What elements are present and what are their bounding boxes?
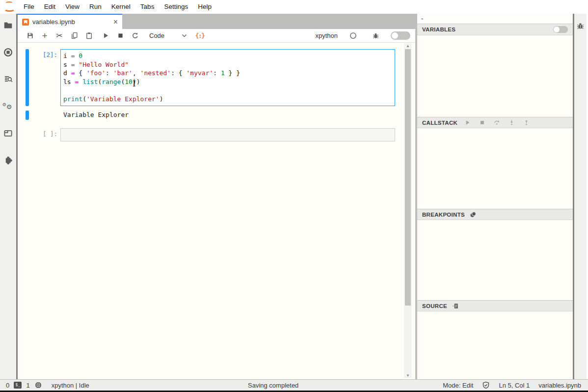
debugger-bug-icon[interactable] <box>368 30 383 42</box>
interrupt-kernel-button[interactable] <box>113 30 128 42</box>
menu-settings[interactable]: Settings <box>159 0 193 14</box>
cut-cells-button[interactable]: ✂ <box>52 30 67 42</box>
menu-file[interactable]: File <box>19 0 39 14</box>
tab-title: variables.ipynb <box>32 18 75 26</box>
tab-variables-ipynb[interactable]: variables.ipynb × <box>18 14 122 29</box>
format-code-icon[interactable]: {:} <box>195 32 205 39</box>
menu-edit[interactable]: Edit <box>39 0 60 14</box>
cell-type-dropdown[interactable]: Code <box>149 32 187 39</box>
left-activity-bar: ⚙⚙ <box>0 14 18 379</box>
cell-input-collapser[interactable] <box>26 128 29 141</box>
menu-tabs[interactable]: Tabs <box>135 0 160 14</box>
status-bar: 0 $_ 1 xpython | Idle Saving completed M… <box>0 379 588 392</box>
tab-close-icon[interactable]: × <box>113 18 118 26</box>
step-out-icon[interactable] <box>523 119 530 126</box>
code-editor-empty[interactable] <box>60 128 395 141</box>
kernel-status-text[interactable]: xpython | Idle <box>52 382 89 389</box>
cell-output-collapser[interactable] <box>26 111 29 120</box>
callstack-toolbar <box>464 119 530 126</box>
extension-manager-icon[interactable] <box>3 155 14 166</box>
run-cell-button[interactable] <box>98 30 113 42</box>
kernels-count[interactable]: 1 <box>26 382 29 389</box>
code-line <box>63 86 393 95</box>
code-cell-2[interactable]: [ ]: <box>18 128 415 141</box>
kernel-name[interactable]: xpython <box>315 32 338 39</box>
execution-prompt: [2]: <box>29 49 60 106</box>
callstack-label: CALLSTACK <box>422 120 457 126</box>
menu-run[interactable]: Run <box>84 0 107 14</box>
cell-output-text: Variable Explorer <box>60 111 129 120</box>
command-palette-icon[interactable] <box>3 74 14 84</box>
notebook-toolbar: + ✂ Code <box>18 29 415 43</box>
terminal-icon[interactable]: $_ <box>14 382 22 388</box>
notebook-scrollbar[interactable]: ▲ ▼ <box>404 43 412 378</box>
add-cell-button[interactable]: + <box>37 30 52 42</box>
terminals-count[interactable]: 0 <box>6 382 9 389</box>
variables-view-toggle[interactable] <box>553 26 568 33</box>
cursor-position[interactable]: Ln 5, Col 1 <box>499 382 530 389</box>
open-source-icon[interactable] <box>452 303 459 309</box>
toolbar-toggle[interactable] <box>391 31 410 40</box>
variables-section-body <box>417 35 573 117</box>
open-tabs-icon[interactable] <box>3 128 14 139</box>
step-in-icon[interactable] <box>508 119 515 126</box>
code-line: ls = list(range(10)) <box>63 78 393 86</box>
menu-view[interactable]: View <box>60 0 84 14</box>
debugger-panel-title: - <box>417 14 573 24</box>
chevron-down-icon <box>181 32 187 39</box>
cell-input-collapser[interactable] <box>26 49 29 106</box>
notebook-content[interactable]: [2]: i = 0s = "Hello World"d = { 'foo': … <box>18 43 415 379</box>
kernel-status-icon <box>346 30 360 42</box>
scroll-up-icon[interactable]: ▲ <box>404 44 412 48</box>
jupyter-logo-icon <box>2 1 15 13</box>
code-line: d = { 'foo': 'bar', 'nested': { 'myvar':… <box>63 69 393 78</box>
terminate-icon[interactable] <box>479 119 485 126</box>
scroll-down-icon[interactable]: ▼ <box>404 373 412 378</box>
source-section-body <box>417 311 573 379</box>
debugger-tab-bug-icon[interactable] <box>576 22 585 32</box>
paste-cells-button[interactable] <box>81 30 96 42</box>
notebook-panel: variables.ipynb × + ✂ <box>18 14 415 379</box>
source-section-header[interactable]: SOURCE <box>417 300 573 311</box>
kernel-chip-icon[interactable] <box>34 381 42 389</box>
gear-icon: ⚙ <box>2 102 6 107</box>
code-line: print('Variable Explorer') <box>63 95 393 104</box>
code-line: s = "Hello World" <box>63 60 393 69</box>
variables-label: VARIABLES <box>422 27 455 32</box>
menu-kernel[interactable]: Kernel <box>107 0 135 14</box>
step-over-icon[interactable] <box>494 119 500 126</box>
breakpoints-section-body <box>417 220 573 300</box>
variables-section-header[interactable]: VARIABLES <box>417 24 573 35</box>
main-menu: File Edit View Run Kernel Tabs Settings … <box>19 0 216 14</box>
close-all-breakpoints-icon[interactable] <box>470 211 477 218</box>
callstack-section-body <box>417 128 573 209</box>
toggle-knob <box>554 27 560 32</box>
running-kernels-icon[interactable] <box>3 47 14 57</box>
toggle-knob <box>392 32 398 39</box>
continue-icon[interactable] <box>464 119 471 126</box>
code-cell-1[interactable]: [2]: i = 0s = "Hello World"d = { 'foo': … <box>18 49 415 106</box>
cell-output-area: Variable Explorer <box>18 111 415 120</box>
menu-help[interactable]: Help <box>193 0 216 14</box>
save-button[interactable] <box>23 30 37 42</box>
output-prompt-spacer <box>29 111 60 120</box>
execution-prompt-empty: [ ]: <box>29 128 60 141</box>
status-message: Saving completed <box>248 382 298 389</box>
breakpoints-section-header[interactable]: BREAKPOINTS <box>417 209 573 220</box>
callstack-section-header[interactable]: CALLSTACK <box>417 117 573 128</box>
notebook-file-icon <box>22 19 29 26</box>
right-activity-bar <box>573 14 587 379</box>
dock-tab-bar: variables.ipynb × <box>18 14 415 29</box>
notebook-mode[interactable]: Mode: Edit <box>443 382 473 389</box>
trust-shield-icon[interactable] <box>482 381 490 389</box>
code-editor[interactable]: i = 0s = "Hello World"d = { 'foo': 'bar'… <box>60 49 395 106</box>
property-inspector-icon[interactable]: ⚙⚙ <box>3 101 14 112</box>
scrollbar-thumb[interactable] <box>405 49 411 306</box>
copy-cells-button[interactable] <box>67 30 81 42</box>
menu-bar: File Edit View Run Kernel Tabs Settings … <box>0 0 588 14</box>
file-browser-icon[interactable] <box>3 20 14 30</box>
breakpoints-label: BREAKPOINTS <box>422 212 465 218</box>
debugger-panel: - VARIABLES CALLSTACK BREAKPOINTS <box>417 14 573 379</box>
restart-kernel-button[interactable] <box>128 30 142 42</box>
status-filename: variables.ipynb <box>538 382 581 389</box>
